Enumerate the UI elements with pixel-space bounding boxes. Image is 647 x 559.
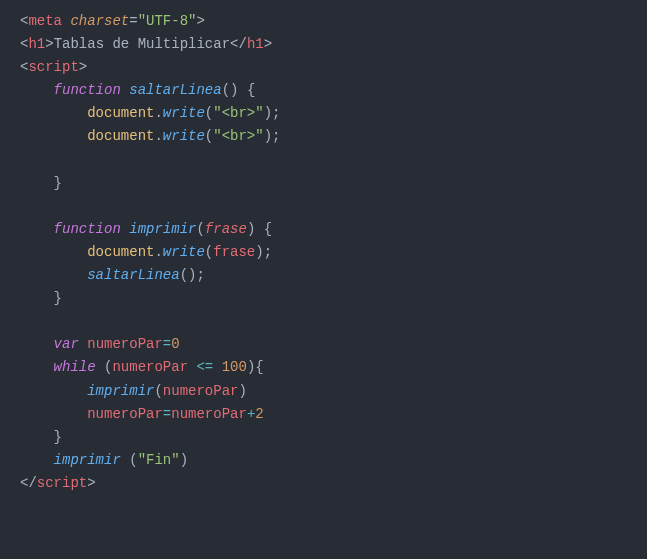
code-token — [20, 128, 87, 144]
code-token: ); — [264, 128, 281, 144]
code-token — [20, 452, 54, 468]
code-token: = — [163, 336, 171, 352]
code-token: > — [196, 13, 204, 29]
code-token: h1 — [28, 36, 45, 52]
code-line[interactable]: } — [20, 426, 627, 449]
code-token: . — [154, 105, 162, 121]
code-token: ); — [255, 244, 272, 260]
code-token: <= — [196, 359, 213, 375]
code-token: imprimir — [129, 221, 196, 237]
code-token: 0 — [171, 336, 179, 352]
code-token: function — [54, 221, 121, 237]
code-token: </ — [230, 36, 247, 52]
code-token: ( — [205, 128, 213, 144]
code-token: ( — [196, 221, 204, 237]
code-line[interactable]: document.write("<br>"); — [20, 102, 627, 125]
code-token — [20, 406, 87, 422]
code-token — [213, 359, 221, 375]
code-token: ){ — [247, 359, 264, 375]
code-token: saltarLinea — [87, 267, 179, 283]
code-token — [20, 105, 87, 121]
code-token: </ — [20, 475, 37, 491]
code-line[interactable]: numeroPar=numeroPar+2 — [20, 403, 627, 426]
code-token: "Fin" — [138, 452, 180, 468]
code-token: ( — [205, 244, 213, 260]
code-token: (); — [180, 267, 205, 283]
code-line[interactable]: } — [20, 172, 627, 195]
code-line[interactable]: <script> — [20, 56, 627, 79]
code-token — [20, 429, 54, 445]
code-token: imprimir — [54, 452, 121, 468]
code-token: saltarLinea — [129, 82, 221, 98]
code-token: document — [87, 105, 154, 121]
code-token: 100 — [222, 359, 247, 375]
code-token: while — [54, 359, 96, 375]
code-line[interactable] — [20, 310, 627, 333]
code-token: > — [87, 475, 95, 491]
code-token: "<br>" — [213, 128, 263, 144]
code-token: document — [87, 128, 154, 144]
code-token: { — [247, 82, 255, 98]
code-token: meta — [28, 13, 62, 29]
code-token — [20, 244, 87, 260]
code-line[interactable]: document.write(frase); — [20, 241, 627, 264]
code-token: = — [129, 13, 137, 29]
code-line[interactable]: <meta charset="UTF-8"> — [20, 10, 627, 33]
code-token: } — [54, 429, 62, 445]
code-token: write — [163, 105, 205, 121]
code-line[interactable]: saltarLinea(); — [20, 264, 627, 287]
code-token: imprimir — [87, 383, 154, 399]
code-token — [238, 82, 246, 98]
code-line[interactable]: document.write("<br>"); — [20, 125, 627, 148]
code-token: . — [154, 128, 162, 144]
code-token — [255, 221, 263, 237]
code-token: () — [222, 82, 239, 98]
code-token: frase — [205, 221, 247, 237]
code-token: = — [163, 406, 171, 422]
code-token: numeroPar — [87, 406, 163, 422]
code-token: frase — [213, 244, 255, 260]
code-token: write — [163, 128, 205, 144]
code-token: function — [54, 82, 121, 98]
code-token: ) — [238, 383, 246, 399]
code-token: script — [28, 59, 78, 75]
code-token — [20, 175, 54, 191]
code-token: > — [264, 36, 272, 52]
code-line[interactable]: function imprimir(frase) { — [20, 218, 627, 241]
code-token: { — [264, 221, 272, 237]
code-token: ( — [205, 105, 213, 121]
code-token: . — [154, 244, 162, 260]
code-token: write — [163, 244, 205, 260]
code-token — [20, 336, 54, 352]
code-line[interactable] — [20, 195, 627, 218]
code-token: ( — [129, 452, 137, 468]
code-token: numeroPar — [112, 359, 188, 375]
code-token — [20, 267, 87, 283]
code-line[interactable]: imprimir(numeroPar) — [20, 380, 627, 403]
code-token: "UTF-8" — [138, 13, 197, 29]
code-token: ) — [180, 452, 188, 468]
code-token: "<br>" — [213, 105, 263, 121]
code-token: 2 — [255, 406, 263, 422]
code-token — [79, 336, 87, 352]
code-line[interactable]: <h1>Tablas de Multiplicar</h1> — [20, 33, 627, 56]
code-line[interactable]: </script> — [20, 472, 627, 495]
code-line[interactable]: imprimir ("Fin") — [20, 449, 627, 472]
code-token: Tablas de Multiplicar — [54, 36, 230, 52]
code-token: document — [87, 244, 154, 260]
code-line[interactable]: function saltarLinea() { — [20, 79, 627, 102]
code-token: numeroPar — [171, 406, 247, 422]
code-token: var — [54, 336, 79, 352]
code-token — [20, 383, 87, 399]
code-token: charset — [70, 13, 129, 29]
code-line[interactable]: while (numeroPar <= 100){ — [20, 356, 627, 379]
code-token: ); — [264, 105, 281, 121]
code-line[interactable] — [20, 149, 627, 172]
code-token: numeroPar — [163, 383, 239, 399]
code-editor[interactable]: <meta charset="UTF-8"><h1>Tablas de Mult… — [20, 10, 627, 495]
code-line[interactable]: } — [20, 287, 627, 310]
code-line[interactable]: var numeroPar=0 — [20, 333, 627, 356]
code-token: h1 — [247, 36, 264, 52]
code-token — [20, 290, 54, 306]
code-token: numeroPar — [87, 336, 163, 352]
